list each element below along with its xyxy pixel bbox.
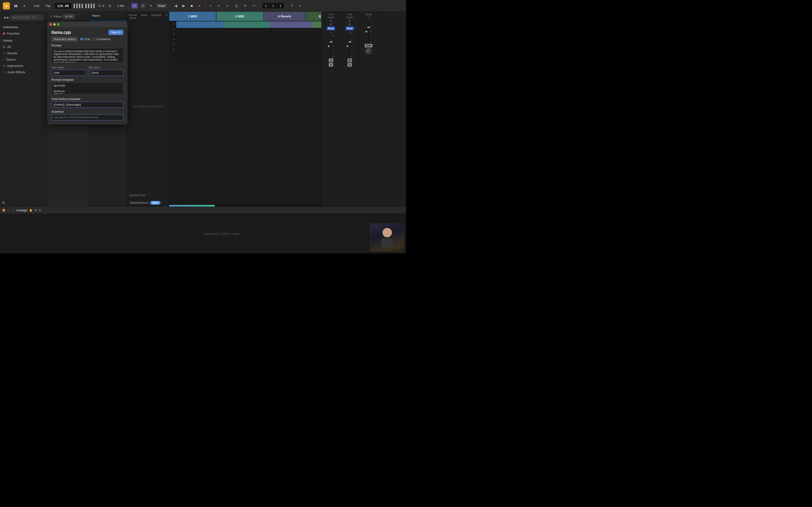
prompt-textarea[interactable]: You are a helpful assistant that lives i… (51, 48, 123, 63)
stop-button[interactable]: ■ (189, 3, 195, 9)
bot-name-label: Bot name (89, 66, 123, 69)
chat-history-input[interactable] (51, 102, 123, 108)
nav-forward-button[interactable]: ▶ (7, 15, 9, 19)
add-track-button[interactable]: + (208, 3, 214, 8)
btn-b-2[interactable]: B (348, 58, 352, 62)
post-btn-1[interactable]: Post (327, 26, 335, 30)
bottom-content: Drop Audio Effects Here (0, 214, 406, 253)
minimize-button[interactable] (53, 23, 56, 25)
maximize-button[interactable] (57, 23, 59, 25)
search-input[interactable] (10, 14, 44, 20)
audio-effects-icon: ◌ (3, 70, 5, 74)
fader-handle-1[interactable] (330, 41, 332, 43)
fader-arrow-3[interactable]: ▶ (366, 30, 368, 33)
user-name-input[interactable] (51, 70, 86, 76)
new-ui-button[interactable]: New UI (109, 30, 123, 35)
bottom-left: musegpt ✋ ❄ ⊡ Drop Audio Effects Here (0, 207, 406, 253)
btn-a-1[interactable]: A (329, 58, 334, 62)
clip-delay-row1[interactable] (312, 21, 321, 28)
reset-default-button[interactable]: Reset all to default (51, 37, 78, 42)
grammar-input[interactable] (51, 114, 123, 120)
fader-group-1: ▶ 12 24 36 48 60 (328, 34, 334, 58)
fader-arrow-1[interactable]: ▶ (328, 44, 330, 48)
key-display[interactable]: C (140, 3, 146, 8)
bar-setting[interactable]: 1 Bar (115, 3, 126, 8)
db-display-2: -∞ (348, 31, 351, 34)
link-button[interactable]: Link (32, 3, 41, 8)
time-signature[interactable]: 4 / 4 (98, 4, 104, 7)
fader-track-3[interactable] (368, 20, 369, 43)
sidebar-item-drums[interactable]: ○ Drums (0, 56, 47, 63)
drop-effects-area[interactable]: Drop Audio Effects Here (38, 214, 406, 253)
loop-button[interactable]: ⟳ (242, 3, 248, 8)
sidebar-item-favorites[interactable]: Favorites (0, 30, 47, 37)
btn-s-1[interactable]: S (329, 63, 333, 67)
sidebar-item-sounds[interactable]: ♫ Sounds (0, 50, 47, 56)
filter-icon: ▽ (50, 15, 52, 18)
sidebar-item-instruments[interactable]: ⊙ Instruments (0, 63, 47, 69)
completion-radio-label[interactable]: Completion (92, 38, 110, 41)
midi-routing-button[interactable]: ⇒ (131, 3, 138, 8)
fader-track-1[interactable] (331, 34, 331, 58)
empty-delay-row2 (312, 28, 321, 35)
completion-radio-dot[interactable] (92, 38, 95, 41)
sidebar-item-all[interactable]: ⊞ All (0, 44, 47, 50)
bot-name-input[interactable] (89, 70, 123, 76)
edit-button[interactable]: ⊞ Edit (63, 14, 75, 19)
groove-quantize-col: Quantize (149, 12, 163, 21)
track-header-reverb[interactable]: A Reverb (263, 12, 306, 21)
completion-label: Completion (96, 38, 110, 41)
prompt-template-textarea[interactable]: {{prompt}} {{history}} {{char}}: (51, 82, 123, 94)
record-button[interactable]: ◀ (172, 3, 179, 9)
bottom-panel: musegpt ✋ ❄ ⊡ Drop Audio Effects Here (0, 207, 406, 253)
transport-controls: ◀ ▶ ■ ● (172, 3, 203, 9)
track-delay-label: B Delay (319, 14, 321, 18)
sidebar-item-audio-effects[interactable]: ◌ Audio Effects (0, 69, 47, 75)
link-icon-button[interactable]: ⚭ (216, 3, 222, 8)
fader-handle-3[interactable] (367, 27, 370, 28)
collapse-button[interactable]: ▮▮ (12, 3, 19, 8)
redo-button[interactable]: ◱ (233, 3, 240, 8)
grooves-drop-area[interactable]: Drop Clips or Grooves H (127, 21, 169, 191)
clip-midi1-row1[interactable] (176, 21, 223, 28)
tap-button[interactable]: Tap (44, 3, 52, 8)
chat-radio-dot[interactable] (80, 38, 83, 41)
clip-reverb-row1[interactable] (270, 21, 312, 28)
mixer-channel-2: ▶ ▮▮ Sends A B Post -∞ ▶ 12 24 36 (341, 12, 359, 207)
undo-button[interactable]: ↩ (224, 3, 231, 8)
chat-radio-label[interactable]: Chat (80, 38, 90, 41)
wavy-button[interactable]: 〜 (251, 3, 257, 9)
mini-piano (0, 214, 38, 249)
track-header-midi2[interactable]: 2 MIDI (216, 12, 263, 21)
arrow-down-button[interactable]: ▾ (21, 3, 27, 8)
grid-button[interactable]: ⠿ (289, 3, 295, 8)
global-amount-badge[interactable]: 100% (150, 201, 160, 205)
menu-button[interactable]: ≡ (297, 3, 303, 8)
fader-label-60: 60 (332, 56, 334, 58)
mixer-ch1-arrows: ▶ ▮▮ (329, 13, 333, 15)
clip-midi2-row1[interactable] (223, 21, 270, 28)
metronome-button[interactable]: ◎ (107, 3, 113, 8)
solo-button[interactable]: Solo (365, 44, 373, 47)
groove-base-col: Base (139, 12, 149, 21)
tracks-header: 1 MIDI 2 MIDI A Reverb B Delay Main (169, 12, 321, 21)
playback-bar (169, 205, 321, 207)
user-name-col: User name (51, 66, 86, 76)
fader-arrow-2[interactable]: ▶ (347, 44, 349, 48)
btn-s-2[interactable]: S (348, 63, 352, 67)
add-favorite-button[interactable]: ⊕ (2, 200, 5, 205)
scale-display[interactable]: Major (156, 3, 167, 8)
tempo-display[interactable]: 120.00 (55, 3, 71, 9)
fader-track-2[interactable] (349, 34, 350, 58)
play-button[interactable]: ▶ (181, 3, 187, 9)
post-btn-2[interactable]: Post (346, 26, 354, 30)
close-button[interactable] (50, 23, 52, 25)
track-header-delay[interactable]: B Delay (306, 12, 321, 21)
fader-handle-2[interactable] (349, 41, 351, 43)
pan-knob-3[interactable] (366, 48, 372, 54)
nav-back-button[interactable]: ◀ (3, 15, 6, 19)
instruments-label: Instruments (7, 64, 23, 68)
record-arm-button[interactable]: ● (196, 3, 203, 9)
key-arrow[interactable]: ▾ (148, 3, 154, 8)
track-header-midi1[interactable]: 1 MIDI (169, 12, 216, 21)
